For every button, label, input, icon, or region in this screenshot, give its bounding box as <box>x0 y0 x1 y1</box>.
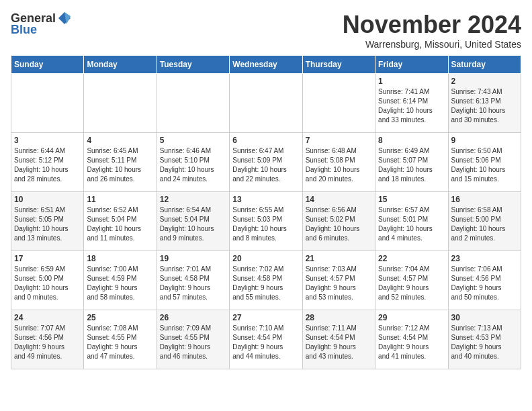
col-tuesday: Tuesday <box>157 56 229 74</box>
day-info: Sunrise: 6:49 AM Sunset: 5:07 PM Dayligh… <box>378 146 445 184</box>
day-info: Sunrise: 7:07 AM Sunset: 4:56 PM Dayligh… <box>14 324 81 361</box>
calendar-cell: 28Sunrise: 7:11 AM Sunset: 4:54 PM Dayli… <box>302 310 375 369</box>
day-info: Sunrise: 7:43 AM Sunset: 6:13 PM Dayligh… <box>451 87 518 125</box>
day-info: Sunrise: 7:13 AM Sunset: 4:53 PM Dayligh… <box>451 324 518 361</box>
day-number: 13 <box>232 195 299 204</box>
day-number: 20 <box>232 254 299 263</box>
day-info: Sunrise: 6:47 AM Sunset: 5:09 PM Dayligh… <box>232 146 299 184</box>
day-info: Sunrise: 7:02 AM Sunset: 4:58 PM Dayligh… <box>232 265 299 302</box>
calendar-cell: 27Sunrise: 7:10 AM Sunset: 4:54 PM Dayli… <box>230 310 302 369</box>
calendar-cell: 20Sunrise: 7:02 AM Sunset: 4:58 PM Dayli… <box>230 251 302 310</box>
col-thursday: Thursday <box>302 56 375 74</box>
calendar-cell: 4Sunrise: 6:45 AM Sunset: 5:11 PM Daylig… <box>84 133 157 192</box>
col-sunday: Sunday <box>11 56 84 74</box>
day-info: Sunrise: 7:09 AM Sunset: 4:55 PM Dayligh… <box>160 324 226 361</box>
header-row: Sunday Monday Tuesday Wednesday Thursday… <box>11 56 521 74</box>
day-info: Sunrise: 6:51 AM Sunset: 5:05 PM Dayligh… <box>14 205 81 243</box>
day-number: 16 <box>451 195 518 204</box>
logo: General Blue <box>11 11 72 37</box>
logo-blue: Blue <box>11 23 37 37</box>
day-info: Sunrise: 6:48 AM Sunset: 5:08 PM Dayligh… <box>306 146 372 184</box>
title-area: November 2024 Warrensburg, Missouri, Uni… <box>343 11 521 50</box>
day-number: 10 <box>14 195 81 204</box>
calendar-week-2: 3Sunrise: 6:44 AM Sunset: 5:12 PM Daylig… <box>11 133 521 192</box>
day-info: Sunrise: 6:56 AM Sunset: 5:02 PM Dayligh… <box>306 205 372 243</box>
day-info: Sunrise: 6:46 AM Sunset: 5:10 PM Dayligh… <box>160 146 226 184</box>
day-number: 26 <box>160 313 226 322</box>
day-info: Sunrise: 7:06 AM Sunset: 4:56 PM Dayligh… <box>451 265 518 302</box>
calendar-cell: 6Sunrise: 6:47 AM Sunset: 5:09 PM Daylig… <box>230 133 302 192</box>
day-number: 21 <box>306 254 372 263</box>
day-info: Sunrise: 7:01 AM Sunset: 4:58 PM Dayligh… <box>160 265 226 302</box>
day-number: 25 <box>87 313 153 322</box>
day-info: Sunrise: 7:04 AM Sunset: 4:57 PM Dayligh… <box>378 265 445 302</box>
calendar-cell <box>11 74 84 133</box>
calendar-cell: 15Sunrise: 6:57 AM Sunset: 5:01 PM Dayli… <box>375 192 448 251</box>
header: General Blue November 2024 Warrensburg, … <box>11 11 521 50</box>
calendar-cell: 16Sunrise: 6:58 AM Sunset: 5:00 PM Dayli… <box>448 192 521 251</box>
day-number: 24 <box>14 313 81 322</box>
calendar-cell: 9Sunrise: 6:50 AM Sunset: 5:06 PM Daylig… <box>448 133 521 192</box>
day-info: Sunrise: 6:50 AM Sunset: 5:06 PM Dayligh… <box>451 146 518 184</box>
calendar-cell: 30Sunrise: 7:13 AM Sunset: 4:53 PM Dayli… <box>448 310 521 369</box>
day-number: 8 <box>378 136 445 145</box>
calendar-cell: 23Sunrise: 7:06 AM Sunset: 4:56 PM Dayli… <box>448 251 521 310</box>
calendar-cell: 11Sunrise: 6:52 AM Sunset: 5:04 PM Dayli… <box>84 192 157 251</box>
day-info: Sunrise: 7:12 AM Sunset: 4:54 PM Dayligh… <box>378 324 445 361</box>
calendar-cell: 18Sunrise: 7:00 AM Sunset: 4:59 PM Dayli… <box>84 251 157 310</box>
calendar-cell: 7Sunrise: 6:48 AM Sunset: 5:08 PM Daylig… <box>302 133 375 192</box>
calendar-week-3: 10Sunrise: 6:51 AM Sunset: 5:05 PM Dayli… <box>11 192 521 251</box>
month-title: November 2024 <box>343 11 521 39</box>
day-number: 3 <box>14 136 81 145</box>
day-info: Sunrise: 7:11 AM Sunset: 4:54 PM Dayligh… <box>306 324 372 361</box>
day-info: Sunrise: 6:44 AM Sunset: 5:12 PM Dayligh… <box>14 146 81 184</box>
calendar-cell: 13Sunrise: 6:55 AM Sunset: 5:03 PM Dayli… <box>230 192 302 251</box>
day-number: 14 <box>306 195 372 204</box>
day-info: Sunrise: 7:03 AM Sunset: 4:57 PM Dayligh… <box>306 265 372 302</box>
calendar-cell: 5Sunrise: 6:46 AM Sunset: 5:10 PM Daylig… <box>157 133 229 192</box>
day-info: Sunrise: 7:00 AM Sunset: 4:59 PM Dayligh… <box>87 265 153 302</box>
day-number: 30 <box>451 313 518 322</box>
day-number: 23 <box>451 254 518 263</box>
calendar-cell: 17Sunrise: 6:59 AM Sunset: 5:00 PM Dayli… <box>11 251 84 310</box>
day-number: 22 <box>378 254 445 263</box>
day-number: 1 <box>378 77 445 86</box>
day-number: 7 <box>306 136 372 145</box>
day-number: 28 <box>306 313 372 322</box>
calendar-cell: 12Sunrise: 6:54 AM Sunset: 5:04 PM Dayli… <box>157 192 229 251</box>
day-number: 9 <box>451 136 518 145</box>
calendar-week-5: 24Sunrise: 7:07 AM Sunset: 4:56 PM Dayli… <box>11 310 521 369</box>
day-number: 2 <box>451 77 518 86</box>
calendar-cell: 19Sunrise: 7:01 AM Sunset: 4:58 PM Dayli… <box>157 251 229 310</box>
calendar-cell <box>230 74 302 133</box>
day-info: Sunrise: 6:52 AM Sunset: 5:04 PM Dayligh… <box>87 205 153 243</box>
calendar-cell: 24Sunrise: 7:07 AM Sunset: 4:56 PM Dayli… <box>11 310 84 369</box>
day-info: Sunrise: 6:59 AM Sunset: 5:00 PM Dayligh… <box>14 265 81 302</box>
day-info: Sunrise: 7:10 AM Sunset: 4:54 PM Dayligh… <box>232 324 299 361</box>
calendar-cell: 26Sunrise: 7:09 AM Sunset: 4:55 PM Dayli… <box>157 310 229 369</box>
calendar-week-4: 17Sunrise: 6:59 AM Sunset: 5:00 PM Dayli… <box>11 251 521 310</box>
day-number: 12 <box>160 195 226 204</box>
calendar-cell: 14Sunrise: 6:56 AM Sunset: 5:02 PM Dayli… <box>302 192 375 251</box>
day-number: 29 <box>378 313 445 322</box>
day-number: 5 <box>160 136 226 145</box>
day-info: Sunrise: 6:54 AM Sunset: 5:04 PM Dayligh… <box>160 205 226 243</box>
col-friday: Friday <box>375 56 448 74</box>
location-title: Warrensburg, Missouri, United States <box>343 39 521 50</box>
calendar-cell: 25Sunrise: 7:08 AM Sunset: 4:55 PM Dayli… <box>84 310 157 369</box>
day-info: Sunrise: 6:55 AM Sunset: 5:03 PM Dayligh… <box>232 205 299 243</box>
day-number: 17 <box>14 254 81 263</box>
calendar-table: Sunday Monday Tuesday Wednesday Thursday… <box>11 55 521 369</box>
day-info: Sunrise: 6:58 AM Sunset: 5:00 PM Dayligh… <box>451 205 518 243</box>
calendar-cell: 29Sunrise: 7:12 AM Sunset: 4:54 PM Dayli… <box>375 310 448 369</box>
day-info: Sunrise: 6:45 AM Sunset: 5:11 PM Dayligh… <box>87 146 153 184</box>
logo-icon <box>57 11 72 26</box>
calendar-cell: 3Sunrise: 6:44 AM Sunset: 5:12 PM Daylig… <box>11 133 84 192</box>
calendar-cell: 22Sunrise: 7:04 AM Sunset: 4:57 PM Dayli… <box>375 251 448 310</box>
calendar-cell: 10Sunrise: 6:51 AM Sunset: 5:05 PM Dayli… <box>11 192 84 251</box>
day-number: 19 <box>160 254 226 263</box>
day-number: 11 <box>87 195 153 204</box>
calendar-cell: 21Sunrise: 7:03 AM Sunset: 4:57 PM Dayli… <box>302 251 375 310</box>
day-info: Sunrise: 7:41 AM Sunset: 6:14 PM Dayligh… <box>378 87 445 125</box>
day-info: Sunrise: 6:57 AM Sunset: 5:01 PM Dayligh… <box>378 205 445 243</box>
